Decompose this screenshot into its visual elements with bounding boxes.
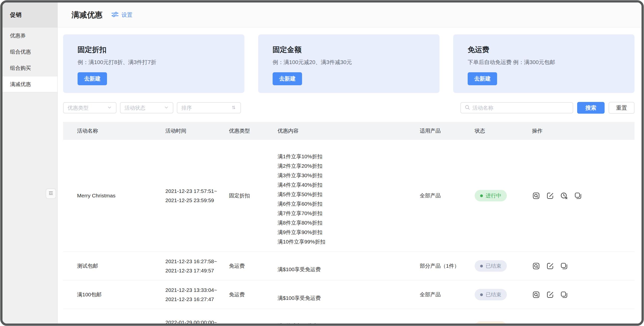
card-fixed-discount: 固定折扣 例：满100元打8折、满3件打7折 去新建 [63, 34, 244, 93]
sidebar-item-combo-discount[interactable]: 组合优惠 [2, 44, 57, 60]
activity-name-cell: 测试包邮 [63, 263, 158, 270]
sort-select[interactable]: 排序 [177, 102, 241, 113]
view-action-icon[interactable] [532, 262, 540, 270]
discount-content-cell: 满1件减免$5优惠满1件减免$2优惠 [270, 314, 412, 326]
discount-content-line: 满4件立享40%折扣 [278, 180, 405, 190]
sidebar-item-full-reduction[interactable]: 满减优惠 [2, 76, 57, 92]
search-button[interactable]: 搜索 [577, 102, 604, 114]
table-row: 满100包邮 2021-12-23 13:33:04~ 2021-12-23 1… [63, 280, 634, 309]
col-actions: 操作 [524, 127, 634, 134]
card-free-shipping: 免运费 下单后自动免运费 例：满300元包邮 去新建 [453, 34, 634, 93]
edit-action-icon[interactable] [546, 192, 554, 200]
row-actions [524, 323, 634, 326]
promotions-table: 活动名称 活动时间 优惠类型 优惠内容 适用产品 状态 操作 Merry Chr… [63, 122, 634, 326]
status-badge: 已结束 [475, 289, 507, 300]
discount-content-line: 满$100享受免运费 [278, 265, 405, 274]
promo-cards: 固定折扣 例：满100元打8折、满3件打7折 去新建 固定金额 例：满100元减… [63, 34, 634, 93]
activity-time-cell: 2021-12-23 13:33:04~ 2021-12-23 16:27:47 [158, 285, 222, 304]
status-badge: 进行中 [475, 190, 507, 201]
activity-time-cell: 2021-12-23 16:27:58~ 2021-12-23 17:49:57 [158, 257, 222, 275]
sidebar-collapse-button[interactable] [46, 188, 56, 199]
discount-content-line: 满1件立享10%折扣 [278, 152, 405, 161]
view-action-icon[interactable] [532, 323, 540, 326]
discount-type-cell: 免运费 [222, 263, 270, 270]
status-cell: 已结束 [467, 289, 524, 300]
chevron-down-icon [107, 105, 112, 111]
discount-type-cell: 固定折扣 [222, 192, 270, 199]
col-applicable-products: 适用产品 [412, 127, 467, 134]
delete-action-icon[interactable] [560, 323, 568, 326]
time-start: 2021-12-23 16:27:58~ [165, 257, 222, 266]
discount-content-line: 满2件立享20%折扣 [278, 161, 405, 171]
activity-name-search[interactable] [460, 102, 573, 113]
table-header: 活动名称 活动时间 优惠类型 优惠内容 适用产品 状态 操作 [63, 122, 634, 140]
col-activity-time: 活动时间 [158, 127, 222, 134]
col-activity-name: 活动名称 [63, 127, 158, 134]
create-fixed-discount-button[interactable]: 去新建 [78, 72, 107, 85]
page-content: 固定折扣 例：满100元打8折、满3件打7折 去新建 固定金额 例：满100元减… [58, 27, 642, 326]
time-end: 2021-12-23 16:27:47 [165, 295, 222, 304]
reset-button[interactable]: 重置 [608, 102, 634, 114]
discount-type-cell: 固定金额 [222, 324, 270, 326]
discount-content-line: 满6件立享60%折扣 [278, 199, 405, 209]
page-header: 满减优惠 设置 [58, 2, 642, 27]
status-badge: 已结束 [475, 260, 507, 272]
status-dot [480, 293, 483, 296]
status-cell: 进行中 [467, 190, 524, 201]
activity-status-select[interactable]: 活动状态 [120, 102, 173, 113]
view-action-icon[interactable] [532, 291, 540, 299]
discount-content-cell: 满$100享受免运费 [270, 258, 412, 274]
select-placeholder: 排序 [181, 104, 192, 111]
discount-content-line: 满$100享受免运费 [278, 293, 405, 303]
search-icon [464, 104, 470, 111]
sidebar-item-label: 优惠券 [10, 32, 26, 39]
card-description: 下单后自动免运费 例：满300元包邮 [468, 58, 620, 66]
discount-content-line: 满1件减免$5优惠 [278, 321, 405, 326]
edit-action-icon[interactable] [546, 262, 554, 270]
time-start: 2022-01-29 00:00:00~ [165, 318, 222, 326]
sidebar-title: 促销 [2, 2, 57, 27]
col-status: 状态 [467, 127, 524, 134]
discount-content-line: 满8件立享80%折扣 [278, 218, 405, 228]
discount-type-cell: 免运费 [222, 291, 270, 298]
sort-icon [231, 105, 236, 111]
activity-time-cell: 2021-12-23 17:57:51~ 2021-12-25 23:59:59 [158, 186, 222, 205]
copy-action-icon[interactable] [560, 291, 568, 299]
table-body: Merry Christmas 2021-12-23 17:57:51~ 202… [63, 140, 634, 326]
discount-content-line: 满7件立享70%折扣 [278, 209, 405, 218]
end-action-icon[interactable] [560, 192, 568, 200]
discount-type-select[interactable]: 优惠类型 [63, 102, 116, 113]
select-placeholder: 活动状态 [124, 104, 146, 111]
create-free-shipping-button[interactable]: 去新建 [468, 72, 497, 85]
chevron-down-icon [164, 105, 169, 111]
col-discount-content: 优惠内容 [270, 127, 412, 134]
copy-action-icon[interactable] [560, 262, 568, 270]
view-action-icon[interactable] [532, 192, 540, 200]
activity-name-cell: Merry Christmas [63, 193, 158, 199]
copy-action-icon[interactable] [574, 323, 582, 326]
row-actions [524, 291, 634, 299]
settings-link[interactable]: 设置 [111, 10, 132, 19]
applicable-products-cell: 部分产品（1件） [412, 263, 467, 270]
applicable-products-cell: 全部产品 [412, 324, 467, 326]
row-actions [524, 192, 634, 200]
search-input[interactable] [472, 105, 569, 111]
edit-action-icon[interactable] [546, 291, 554, 299]
sidebar-item-coupon[interactable]: 优惠券 [2, 27, 57, 44]
table-row: demo 2022-01-29 00:00:00~ 2022-01-30 00:… [63, 309, 634, 326]
copy-action-icon[interactable] [574, 192, 582, 200]
edit-action-icon[interactable] [546, 323, 554, 326]
col-discount-type: 优惠类型 [222, 127, 270, 134]
activity-name-cell: demo [63, 324, 158, 326]
filter-bar: 优惠类型 活动状态 排序 [63, 102, 634, 114]
select-placeholder: 优惠类型 [68, 104, 88, 111]
time-end: 2021-12-25 23:59:59 [165, 196, 222, 205]
sidebar-item-combo-purchase[interactable]: 组合购买 [2, 60, 57, 76]
main-panel: 满减优惠 设置 [58, 2, 642, 324]
status-label: 已结束 [486, 263, 501, 270]
discount-content-line: 满5件立享50%折扣 [278, 190, 405, 199]
card-fixed-amount: 固定金额 例：满100元减20、满3件减30元 去新建 [258, 34, 440, 93]
create-fixed-amount-button[interactable]: 去新建 [272, 72, 302, 85]
discount-content-line: 满9件立享90%折扣 [278, 228, 405, 237]
table-row: Merry Christmas 2021-12-23 17:57:51~ 202… [63, 140, 634, 252]
